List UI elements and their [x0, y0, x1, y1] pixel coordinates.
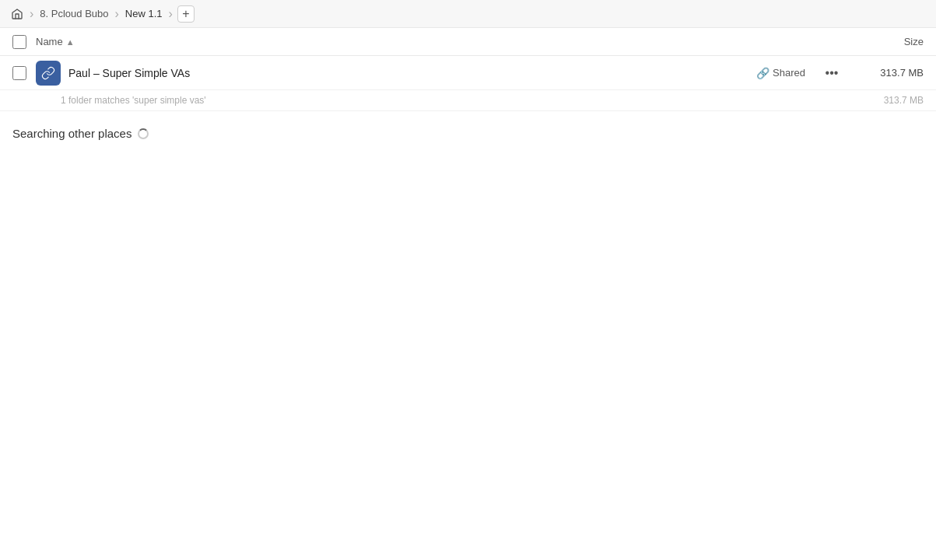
breadcrumb-item-pcloud[interactable]: 8. Pcloud Bubo — [35, 5, 113, 23]
column-header: Name ▲ Size — [0, 28, 936, 56]
match-info: 1 folder matches 'super simple vas' 313.… — [0, 90, 936, 111]
breadcrumb-sep-2: › — [115, 7, 119, 21]
select-all-checkbox[interactable] — [12, 35, 26, 49]
more-options-button[interactable]: ••• — [821, 62, 843, 84]
add-breadcrumb-icon: + — [182, 7, 189, 21]
searching-label: Searching other places — [12, 127, 131, 140]
breadcrumb-item-new[interactable]: New 1.1 — [121, 5, 167, 23]
file-name-text: Paul – Super Simple VAs — [68, 67, 190, 79]
file-size-text: 313.7 MB — [880, 67, 924, 79]
shared-badge: 🔗 Shared — [756, 67, 805, 79]
breadcrumb-label-new: New 1.1 — [125, 8, 163, 19]
match-info-size: 313.7 MB — [884, 95, 924, 106]
file-row[interactable]: Paul – Super Simple VAs 🔗 Shared ••• 313… — [0, 56, 936, 90]
size-column-header[interactable]: Size — [861, 36, 924, 47]
sort-arrow-icon: ▲ — [66, 37, 75, 47]
breadcrumb-sep-1: › — [30, 7, 33, 21]
breadcrumb-home[interactable] — [6, 5, 28, 23]
name-column-header[interactable]: Name ▲ — [36, 36, 861, 47]
size-header-label: Size — [904, 36, 924, 47]
file-size: 313.7 MB — [861, 67, 924, 79]
file-icon-wrapper — [36, 61, 61, 86]
topbar: › 8. Pcloud Bubo › New 1.1 › + — [0, 0, 936, 28]
shared-link-icon: 🔗 — [756, 67, 769, 79]
link-icon — [41, 66, 55, 80]
loading-spinner — [138, 128, 149, 139]
file-name: Paul – Super Simple VAs — [68, 67, 756, 79]
shared-label-text: Shared — [773, 67, 805, 79]
breadcrumb-label-pcloud: 8. Pcloud Bubo — [40, 8, 108, 19]
add-breadcrumb-button[interactable]: + — [177, 5, 195, 23]
breadcrumb-sep-3: › — [169, 7, 173, 21]
searching-section: Searching other places — [0, 111, 936, 156]
home-icon — [11, 8, 23, 20]
file-row-checkbox[interactable] — [12, 66, 26, 80]
name-header-label: Name — [36, 36, 63, 47]
match-info-text: 1 folder matches 'super simple vas' — [61, 95, 206, 106]
more-options-icon: ••• — [826, 66, 839, 80]
